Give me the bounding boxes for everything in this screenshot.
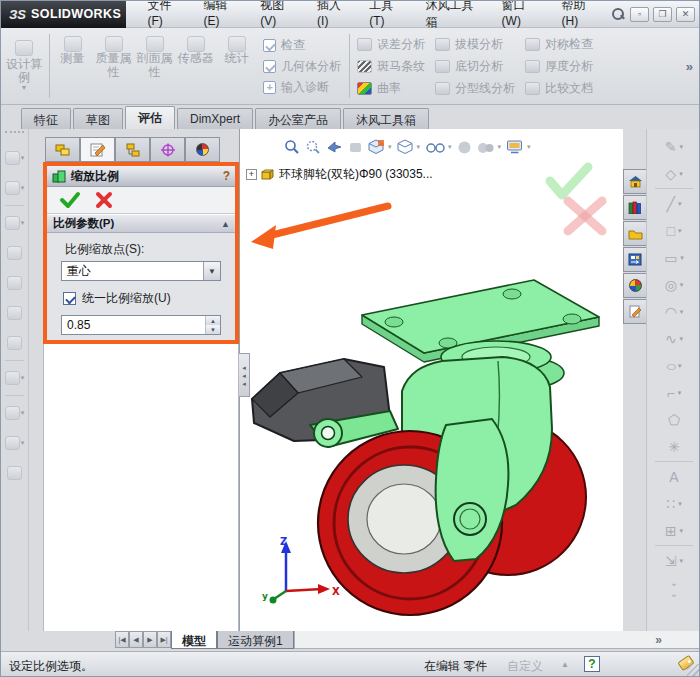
tab-dimxpert-manager[interactable] xyxy=(150,137,185,162)
scale-factor-input[interactable]: 0.85 ▲ ▼ xyxy=(61,315,221,335)
toolbar-expand-button[interactable]: ⌄⌄ xyxy=(647,574,700,601)
check-entity-button[interactable]: 检查 xyxy=(263,37,341,54)
sensor-button[interactable]: 传感器 xyxy=(175,28,216,104)
minimize-button[interactable]: ▫ xyxy=(630,7,649,22)
appearances-sphere-icon xyxy=(629,279,642,292)
thickness-analysis-button[interactable]: 厚度分析 xyxy=(525,57,593,76)
status-up-arrow-icon[interactable]: ▲ xyxy=(561,660,569,669)
confirm-ok-icon[interactable] xyxy=(550,167,588,195)
parting-line-analysis-button[interactable]: 分型线分析 xyxy=(435,79,515,98)
scale-parameters-group[interactable]: 比例参数(P) ▲ xyxy=(47,214,235,233)
mirror-button[interactable]: ⊞▾ xyxy=(647,517,700,544)
plate-hole xyxy=(563,314,581,324)
tab-dimxpert[interactable]: DimXpert xyxy=(177,108,253,129)
tab-motion-study[interactable]: 运动算例1 xyxy=(217,631,294,649)
polygon-button[interactable]: ⬠ xyxy=(647,406,700,433)
tab-sketch[interactable]: 草图 xyxy=(73,108,123,129)
uniform-scaling-checkbox[interactable]: 统一比例缩放(U) xyxy=(63,290,225,307)
quick-tips-button[interactable]: ? xyxy=(584,656,600,672)
line-button[interactable]: ╱▾ xyxy=(647,190,700,217)
undercut-analysis-button[interactable]: 底切分析 xyxy=(435,57,515,76)
smart-dimension-button[interactable]: ◇▾ xyxy=(647,160,700,187)
tab-feature-tree[interactable] xyxy=(45,137,80,162)
section-properties-icon xyxy=(146,36,164,52)
resize-grip[interactable] xyxy=(687,664,699,676)
tab-display-manager[interactable] xyxy=(185,137,220,162)
tab-overflow-button[interactable]: » xyxy=(655,633,700,647)
left-tool-button[interactable] xyxy=(1,328,28,358)
restore-button[interactable]: ❐ xyxy=(653,7,672,22)
tab-next-button[interactable]: ▶ xyxy=(143,631,157,648)
rectangle-button[interactable]: □▾ xyxy=(647,217,700,244)
tab-office-products[interactable]: 办公室产品 xyxy=(255,108,341,129)
tab-last-button[interactable]: ▶| xyxy=(157,631,171,648)
point-button[interactable]: ✳ xyxy=(647,433,700,460)
left-tool-button[interactable]: ▾ xyxy=(1,428,28,458)
graphics-viewport[interactable]: ▾ ▾ ▾ ▾ ▾ + 环球脚轮(双轮)Φ90 (33035... xyxy=(239,129,623,631)
tab-property-manager[interactable] xyxy=(80,137,115,162)
tab-view-palette[interactable] xyxy=(623,247,646,272)
spin-up-icon[interactable]: ▲ xyxy=(206,316,220,325)
left-tool-button[interactable]: ▾ xyxy=(1,363,28,393)
tab-file-explorer[interactable] xyxy=(623,221,646,246)
tab-features[interactable]: 特征 xyxy=(21,108,71,129)
mass-properties-button[interactable]: 质量属性 xyxy=(93,28,134,104)
left-tool-button[interactable] xyxy=(1,298,28,328)
toolbar-grip[interactable] xyxy=(5,131,24,139)
sketch-button[interactable]: ✎▾ xyxy=(647,133,700,160)
left-tool-button[interactable]: ▾ xyxy=(1,143,28,173)
help-button[interactable]: ? xyxy=(223,169,230,183)
import-diagnostics-button[interactable]: 输入诊断 xyxy=(263,79,341,96)
draft-analysis-button[interactable]: 拔模分析 xyxy=(435,35,515,54)
arc-button[interactable]: ◠▾ xyxy=(647,298,700,325)
left-tool-button[interactable]: ▾ xyxy=(1,208,28,238)
left-tool-button[interactable] xyxy=(1,458,28,488)
left-tool-button[interactable] xyxy=(1,268,28,298)
zebra-stripes-button[interactable]: 斑马条纹 xyxy=(357,57,425,76)
ellipse-icon: ○ xyxy=(665,358,676,374)
curvature-button[interactable]: 曲率 xyxy=(357,79,425,98)
left-tool-button[interactable]: ▾ xyxy=(1,173,28,203)
slot-button[interactable]: ▭▾ xyxy=(647,244,700,271)
fillet-button[interactable]: ⌐▾ xyxy=(647,379,700,406)
tab-evaluate[interactable]: 评估 xyxy=(125,106,175,129)
compare-documents-button[interactable]: 比较文档 xyxy=(525,79,593,98)
symmetry-check-button[interactable]: 对称检查 xyxy=(525,35,593,54)
spline-button[interactable]: ∿▾ xyxy=(647,325,700,352)
tab-prev-button[interactable]: ◀ xyxy=(129,631,143,648)
left-tool-button[interactable] xyxy=(1,238,28,268)
geometry-analysis-button[interactable]: 几何体分析 xyxy=(263,58,341,75)
tab-appearances[interactable] xyxy=(623,273,646,298)
circle-button[interactable]: ◎▾ xyxy=(647,271,700,298)
scale-point-dropdown[interactable]: 重心 ▼ xyxy=(61,261,221,281)
pattern-button[interactable]: ∷▾ xyxy=(647,490,700,517)
tab-first-button[interactable]: |◀ xyxy=(115,631,129,648)
move-entities-button[interactable]: ⇲▾ xyxy=(647,547,700,574)
logo-text: SOLIDWORKS xyxy=(31,7,121,21)
spin-down-icon[interactable]: ▼ xyxy=(206,325,220,334)
section-properties-button[interactable]: 剖面属性 xyxy=(134,28,175,104)
ellipse-button[interactable]: ○▾ xyxy=(647,352,700,379)
document-tab-bar: |◀ ◀ ▶ ▶| 模型 运动算例1 » xyxy=(1,631,700,651)
design-study-button[interactable]: 设计算例 ▼ xyxy=(1,28,47,104)
text-button[interactable]: A xyxy=(647,463,700,490)
deviation-analysis-button[interactable]: 误差分析 xyxy=(357,35,425,54)
tab-mufeng-toolbox[interactable]: 沐风工具箱 xyxy=(343,108,429,129)
cancel-button[interactable] xyxy=(95,191,113,209)
ok-button[interactable] xyxy=(59,191,81,209)
measure-button[interactable]: 测量 xyxy=(52,28,93,104)
panel-splitter-handle[interactable]: ◂◂◂ xyxy=(239,353,250,397)
confirm-cancel-icon[interactable] xyxy=(568,201,602,231)
tab-custom-properties[interactable] xyxy=(623,299,646,324)
tab-configuration-manager[interactable] xyxy=(115,137,150,162)
search-icon[interactable] xyxy=(610,6,626,22)
tab-solidworks-resources[interactable] xyxy=(623,169,646,194)
close-button[interactable]: ✕ xyxy=(676,7,695,22)
dropdown-arrow-icon[interactable]: ▼ xyxy=(203,262,220,280)
property-manager-icon xyxy=(90,143,106,157)
tab-design-library[interactable] xyxy=(623,195,646,220)
statistics-button[interactable]: 统计 xyxy=(216,28,257,104)
left-tool-button[interactable]: ▾ xyxy=(1,398,28,428)
tab-model[interactable]: 模型 xyxy=(171,631,217,649)
ribbon-overflow-button[interactable]: » xyxy=(686,59,700,74)
